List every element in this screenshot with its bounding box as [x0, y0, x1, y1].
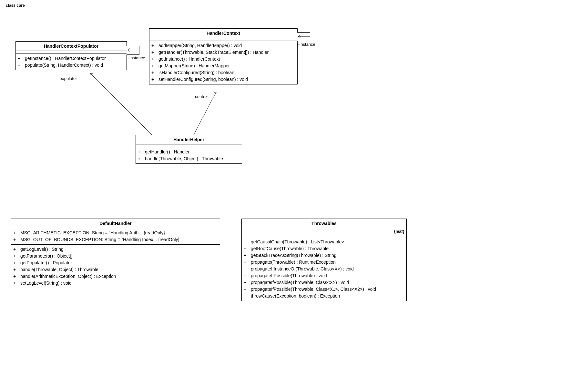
op-row: +handle(Throwable, Object) : Throwable — [138, 155, 240, 162]
diagram-title: class core — [6, 3, 25, 8]
op-row: +getMapper(String) : HandlerMapper — [151, 63, 295, 69]
op-row: +setHandlerConfigured(String, boolean) :… — [151, 76, 295, 83]
class-attrs — [149, 38, 297, 41]
class-ops: +getLogLevel() : String +getParameters()… — [11, 245, 220, 288]
class-name: HandlerHelper — [136, 135, 242, 144]
op-row: +propagateIfPossible(Throwable) : void — [244, 272, 404, 279]
role-label-instance-hcp: -instance — [128, 55, 145, 60]
class-ops: +getInstance() . HandlerContextPopulator… — [16, 54, 127, 70]
op-row: +getHandler() : Handler — [138, 149, 240, 155]
class-stereotype: {leaf} — [394, 229, 404, 234]
op-row: +throwCause(Exception, boolean) : Except… — [244, 293, 404, 299]
op-row: +getHandler(Throwable, StackTraceElement… — [151, 49, 295, 56]
role-label-instance-hc: -instance — [298, 42, 315, 47]
class-attrs — [16, 51, 127, 54]
op-row: +getLogLevel() : String — [13, 246, 218, 253]
op-row: +propagateIfInstanceOf(Throwable, Class<… — [244, 266, 404, 272]
class-handler-context: HandlerContext +addMapper(String, Handle… — [149, 28, 298, 84]
op-row: +propagate(Throwable) : RuntimeException — [244, 259, 404, 266]
op-row: +getPopulator() : Populator — [13, 260, 218, 266]
class-attrs — [136, 144, 242, 147]
op-row: +isHandlerConfigured(String) : boolean — [151, 69, 295, 76]
role-label-context: -context — [194, 94, 209, 99]
class-name: HandlerContextPopulator — [16, 42, 127, 51]
op-row: +getRootCause(Throwable) : Throwable — [244, 245, 404, 252]
class-handler-context-populator: HandlerContextPopulator +getInstance() .… — [15, 41, 127, 70]
class-attrs: +MSG_ARITHMETIC_EXCEPTION: String = "Han… — [11, 228, 220, 245]
class-ops: +addMapper(String, HandlerMapper) : void… — [149, 41, 297, 84]
op-row: +propagateIfPossible(Throwable, Class<X1… — [244, 286, 404, 293]
class-handler-helper: HandlerHelper +getHandler() : Handler +h… — [136, 135, 242, 164]
class-attrs — [242, 228, 406, 237]
op-row: +addMapper(String, HandlerMapper) : void — [151, 42, 295, 49]
op-row: +getParameters() : Object[] — [13, 253, 218, 260]
op-row: +populate(String, HandlerContext) : void — [18, 62, 125, 69]
op-row: +propagateIfPossible(Throwable, Class<X>… — [244, 279, 404, 286]
self-loop-tab-hcp — [127, 46, 139, 55]
op-row: +getInstance() . HandlerContextPopulator — [18, 55, 125, 62]
svg-line-0 — [90, 74, 152, 135]
class-default-handler: DefaultHandler +MSG_ARITHMETIC_EXCEPTION… — [11, 219, 220, 288]
op-row: +handle(Throwable, Object) : Throwable — [13, 266, 218, 273]
self-loop-tab-hc — [297, 32, 310, 41]
class-throwables: Throwables {leaf} +getCausalChain(Throwa… — [241, 219, 407, 301]
class-name: HandlerContext — [149, 29, 297, 38]
op-row: +setLogLevel(String) : void — [13, 280, 218, 287]
class-name: DefaultHandler — [11, 219, 220, 228]
class-name: Throwables {leaf} — [242, 219, 406, 228]
attr-row: +MSG_ARITHMETIC_EXCEPTION: String = "Han… — [13, 230, 218, 236]
class-ops: +getCausalChain(Throwable) : List<Throwa… — [242, 237, 406, 301]
op-row: +handle(ArithmeticException, Object) : E… — [13, 273, 218, 280]
attr-row: +MSG_OUT_OF_BOUNDS_EXCEPTION: String = "… — [13, 236, 218, 243]
op-row: +getCausalChain(Throwable) : List<Throwa… — [244, 239, 404, 245]
op-row: +getInstance() : HandlerContext — [151, 56, 295, 63]
op-row: +getStackTraceAsString(Throwable) : Stri… — [244, 252, 404, 259]
role-label-populator: -populator — [58, 76, 77, 81]
class-ops: +getHandler() : Handler +handle(Throwabl… — [136, 147, 242, 163]
